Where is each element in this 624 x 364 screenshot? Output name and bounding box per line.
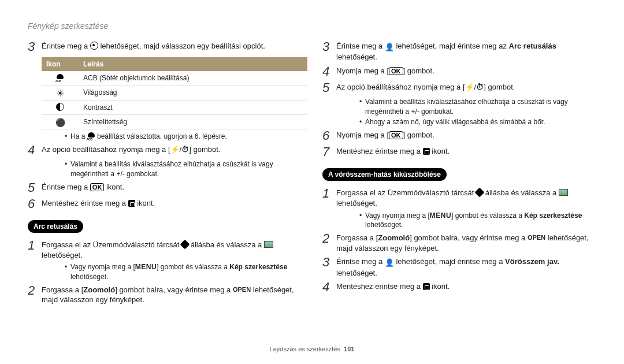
step-number: 3 (322, 40, 336, 62)
step-number: 5 (322, 81, 336, 95)
text: lehetőséget, majd válasszon egy beállítá… (100, 42, 265, 50)
save-icon (423, 283, 430, 290)
note: Valamint a beállítás kiválasztásához elh… (42, 159, 302, 178)
text: lehetőséget. (336, 53, 377, 61)
step-number: 7 (322, 145, 336, 159)
person-icon: 👤 (385, 42, 394, 53)
acb-icon (87, 132, 95, 140)
note-text: Valamint a beállítás kiválasztásához elh… (359, 97, 596, 116)
table-row: ⚫Színtelítettség (42, 114, 307, 129)
saturation-icon: ⚫ (55, 118, 65, 127)
magic-frame-icon (559, 189, 568, 196)
text: Forgassa a [ (336, 233, 378, 242)
step-number: 1 (28, 239, 42, 260)
text: ikont. (135, 199, 155, 207)
cell: Színtelítettség (79, 114, 307, 129)
note-text: Ahogy a szám nő, úgy válik világosabbá é… (359, 117, 596, 127)
cell: ACB (Sötét objektumok beállítása) (79, 71, 307, 86)
timer-icon: ⏱ (181, 145, 189, 154)
note: Vagy nyomja meg a [MENU] gombot és válas… (336, 211, 596, 229)
text: Nyomja meg a [ (336, 131, 389, 139)
left-column: 3 Érintse meg a lehetőséget, majd válass… (28, 38, 302, 306)
left-step-5: 5 Érintse meg a OK ikont. (28, 182, 302, 195)
right-r-step-2: 2 Forgassa a [Zoomoló] gombot balra, vag… (322, 233, 596, 253)
table-row: Kontraszt (42, 100, 307, 114)
th-desc: Leírás (79, 57, 307, 71)
text: Érintse meg a (336, 257, 385, 266)
step-number: 3 (322, 255, 336, 278)
step-number: 2 (28, 284, 42, 305)
zoom-label: Zoomoló (83, 285, 115, 294)
ok-icon: OK (389, 131, 403, 139)
bold: Vörösszem jav. (505, 257, 559, 266)
text: lehetőséget, majd érintse meg a (394, 257, 505, 266)
cell: Kontraszt (79, 100, 307, 114)
text: lehetőséget. (336, 269, 377, 277)
step-number: 4 (28, 143, 42, 157)
text: ] gombot. (189, 145, 220, 154)
ok-icon: OK (90, 183, 105, 191)
magic-frame-icon (264, 241, 273, 248)
text: ] gombot balra, vagy érintse meg a (115, 285, 233, 294)
step-number: 4 (322, 65, 336, 79)
note: Vagy nyomja meg a [MENU] gombot és válas… (42, 262, 302, 281)
text: Érintse meg a (42, 183, 90, 191)
text: állásba és válassza a (483, 188, 559, 197)
left-a-step-1: 1 Forgassa el az Üzemmódválasztó tárcsát… (28, 240, 302, 260)
adjust-icon (90, 42, 98, 50)
text: Érintse meg a (336, 42, 385, 50)
step-number: 5 (28, 181, 42, 195)
right-r-step-3: 3 Érintse meg a 👤 lehetőséget, majd érin… (322, 257, 596, 278)
open-label: OPEN (233, 286, 251, 293)
text: ] gombot balra, vagy érintse meg a (410, 233, 528, 242)
text: Mentéshez érintse meg a (42, 199, 128, 207)
text: ] gombot. (403, 131, 434, 139)
right-step-5: 5 Az opció beállításához nyomja meg a [⚡… (322, 82, 596, 95)
text: ] gombot. (484, 83, 515, 91)
right-step-7: 7 Mentéshez érintse meg a ikont. (322, 146, 596, 159)
save-icon (128, 200, 135, 207)
section-pill-face-retouch: Arc retusálás (28, 220, 83, 233)
note-text: Valamint a beállítás kiválasztásához elh… (65, 159, 302, 178)
columns: 3 Érintse meg a lehetőséget, majd válass… (28, 38, 596, 306)
th-icon: Ikon (42, 57, 79, 71)
text: Mentéshez érintse meg a (336, 282, 423, 291)
open-label: OPEN (528, 234, 545, 241)
timer-icon: ⏱ (476, 83, 484, 91)
text: ikont. (104, 183, 124, 191)
ok-icon: OK (389, 67, 403, 75)
zoom-label: Zoomoló (378, 233, 410, 242)
menu-icon: MENU (430, 211, 451, 220)
section-pill-redeye: A vörösszem-hatás kiküszöbölése (322, 168, 447, 181)
right-step-3: 3 Érintse meg a 👤 lehetőséget, majd érin… (322, 41, 596, 62)
left-a-step-2: 2 Forgassa a [Zoomoló] gombot balra, vag… (28, 285, 302, 305)
cell: Világosság (79, 86, 307, 100)
page-title: Fénykép szerkesztése (28, 21, 596, 32)
text: Érintse meg a (42, 42, 90, 50)
note: Valamint a beállítás kiválasztásához elh… (336, 97, 596, 127)
step-number: 6 (322, 129, 336, 143)
text: állásba és válassza a (188, 240, 264, 249)
flash-icon: ⚡ (465, 83, 474, 91)
page: Fénykép szerkesztése 3 Érintse meg a leh… (0, 0, 624, 364)
step-number: 3 (28, 40, 42, 54)
contrast-icon (56, 103, 64, 111)
note-text: Vagy nyomja meg a [MENU] gombot és válas… (359, 211, 596, 229)
text: Mentéshez érintse meg a (336, 147, 423, 155)
text: lehetőséget. (42, 251, 83, 259)
icon-table: Ikon Leírás ACB (Sötét objektumok beállí… (42, 57, 307, 129)
left-step-6: 6 Mentéshez érintse meg a ikont. (28, 198, 302, 211)
save-icon (423, 148, 430, 155)
step-number: 6 (28, 197, 42, 211)
text: lehetőséget. (336, 199, 377, 207)
footer: Lejátszás és szerkesztés 101 (0, 345, 624, 354)
text: ] gombot. (403, 66, 434, 75)
text: Forgassa el az Üzemmódválasztó tárcsát (42, 240, 181, 249)
text: ikont. (430, 147, 450, 155)
right-column: 3 Érintse meg a 👤 lehetőséget, majd érin… (322, 38, 596, 306)
right-r-step-4: 4 Mentéshez érintse meg a ikont. (322, 281, 596, 294)
acb-icon (56, 74, 64, 82)
flash-icon: ⚡ (170, 145, 180, 154)
footer-page: 101 (344, 346, 354, 352)
note-text: Ha a beállítást választotta, ugorjon a 6… (65, 132, 302, 141)
